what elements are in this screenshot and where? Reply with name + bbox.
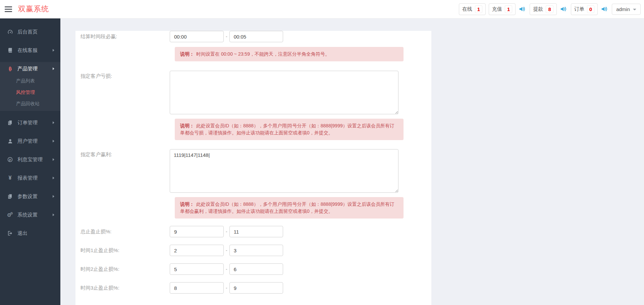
- dashboard-icon: [7, 29, 13, 35]
- book-icon: [7, 47, 13, 53]
- chevron-right-icon: [53, 195, 54, 198]
- main-content: 结算时间段必赢: - 说明：时间设置在 00:00 ~ 23:59，不能跨天，注…: [60, 18, 644, 305]
- header-stats-group: 在线 1 充值 1 提款 8 订单 0 admin: [459, 3, 641, 15]
- form-row-time2-stop: 时间2止盈止损%: -: [80, 263, 431, 275]
- user-name: admin: [616, 6, 630, 12]
- time2-stop-to-input[interactable]: [229, 263, 283, 275]
- note-prefix: 说明：: [180, 51, 194, 57]
- speaker-icon[interactable]: [601, 6, 609, 12]
- time3-stop-from-input[interactable]: [170, 282, 224, 294]
- range-separator: -: [226, 282, 227, 294]
- settle-time-from-input[interactable]: [170, 31, 224, 42]
- chevron-right-icon: [53, 67, 54, 70]
- files-icon: [7, 193, 13, 199]
- stat-recharge-badge[interactable]: 充值 1: [489, 3, 516, 15]
- range-separator: -: [226, 263, 227, 275]
- logout-icon: [7, 230, 13, 236]
- sidebar-item-customer-service[interactable]: 在线客服: [0, 44, 60, 57]
- sidebar-item-order-mgmt[interactable]: 订单管理: [0, 116, 60, 129]
- yen-icon: ¥: [7, 175, 13, 181]
- chevron-right-icon: [53, 140, 54, 142]
- sidebar-item-report-mgmt[interactable]: ¥ 报表管理: [0, 171, 60, 185]
- risk-settings-form-card: 结算时间段必赢: - 说明：时间设置在 00:00 ~ 23:59，不能跨天，注…: [75, 31, 431, 305]
- sidebar-item-dashboard[interactable]: 后台首页: [0, 25, 60, 39]
- speaker-icon[interactable]: [560, 6, 568, 12]
- stat-count: 1: [475, 5, 482, 13]
- sidebar-item-system-settings[interactable]: ⚙⚙ 系统设置: [0, 208, 60, 222]
- files-icon: [7, 120, 13, 126]
- sidebar-section-products: B 产品管理 产品列表 风控管理 产品回收站: [0, 62, 60, 111]
- sidebar-item-label: 退出: [17, 230, 54, 237]
- field-label: 时间1止盈止损%:: [80, 245, 170, 256]
- note-text: 时间设置在 00:00 ~ 23:59，不能跨天，注意区分半角全角符号。: [196, 51, 330, 57]
- settle-time-to-input[interactable]: [229, 31, 283, 42]
- hamburger-bar: [5, 11, 12, 12]
- range-separator: -: [226, 31, 227, 42]
- field-label: 结算时间段必赢:: [80, 31, 170, 42]
- note-prefix: 说明：: [180, 123, 194, 128]
- field-label: 总止盈止损%:: [80, 226, 170, 237]
- form-row-win-users: 指定客户赢利: 1119|1147|1148|: [80, 149, 431, 193]
- field-label: 指定客户亏损:: [80, 71, 170, 114]
- sidebar-menu: 后台首页 在线客服 B 产品管理 产品列表 风控管理 产品回收站: [0, 18, 60, 240]
- sidebar-subitem-product-list[interactable]: 产品列表: [0, 75, 60, 87]
- sidebar-subitem-risk-mgmt[interactable]: 风控管理: [0, 87, 60, 98]
- form-row-time1-stop: 时间1止盈止损%: -: [80, 245, 431, 256]
- settle-time-note: 说明：时间设置在 00:00 ~ 23:59，不能跨天，注意区分半角全角符号。: [175, 47, 404, 61]
- user-menu[interactable]: admin: [612, 4, 641, 15]
- field-label: 指定客户赢利:: [80, 149, 170, 193]
- sidebar-item-label: 用户管理: [17, 138, 53, 144]
- win-users-textarea[interactable]: 1119|1147|1148|: [170, 149, 398, 193]
- stat-count: 1: [505, 5, 512, 13]
- stat-count: 0: [587, 5, 594, 13]
- loss-users-textarea[interactable]: [170, 71, 398, 114]
- time1-stop-to-input[interactable]: [229, 245, 283, 256]
- total-stop-from-input[interactable]: [170, 226, 224, 237]
- sidebar-item-label: 参数设置: [17, 193, 53, 200]
- sidebar-item-label: 系统设置: [17, 212, 53, 218]
- sidebar-item-label: 订单管理: [17, 120, 53, 126]
- sidebar-item-label: 利息宝管理: [17, 157, 53, 163]
- range-separator: -: [226, 226, 227, 237]
- stat-withdraw-badge[interactable]: 提款 8: [530, 3, 556, 15]
- stat-label: 充值: [492, 6, 502, 12]
- sidebar-item-user-mgmt[interactable]: 用户管理: [0, 134, 60, 148]
- sidebar-item-param-settings[interactable]: 参数设置: [0, 190, 60, 203]
- hamburger-bar: [5, 9, 12, 10]
- time2-stop-from-input[interactable]: [170, 263, 224, 275]
- stat-label: 订单: [574, 6, 584, 12]
- total-stop-to-input[interactable]: [229, 226, 283, 237]
- bitcoin-icon: B: [7, 66, 13, 72]
- speaker-icon[interactable]: [519, 6, 527, 12]
- interest-icon: p: [7, 157, 13, 163]
- note-prefix: 说明：: [180, 201, 194, 207]
- sidebar-item-logout[interactable]: 退出: [0, 227, 60, 240]
- gears-icon: ⚙⚙: [7, 212, 13, 218]
- brand-title: 双赢系统: [18, 4, 49, 14]
- form-row-time3-stop: 时间3止盈止损%: -: [80, 282, 431, 294]
- chevron-right-icon: [53, 213, 54, 216]
- sidebar-item-label: 产品管理: [17, 66, 53, 72]
- note-text: 此处设置会员ID（如：8888），多个用户用|符号分开（如：8888|9999）…: [180, 201, 394, 214]
- menu-toggle-icon[interactable]: [5, 5, 13, 13]
- stat-online-badge[interactable]: 在线 1: [459, 3, 486, 15]
- sidebar-item-label: 在线客服: [17, 47, 53, 54]
- sidebar: 后台首页 在线客服 B 产品管理 产品列表 风控管理 产品回收站: [0, 18, 60, 305]
- stat-order-badge[interactable]: 订单 0: [571, 3, 598, 15]
- time1-stop-from-input[interactable]: [170, 245, 224, 256]
- sidebar-subitem-product-recycle[interactable]: 产品回收站: [0, 98, 60, 110]
- chevron-right-icon: [53, 177, 54, 179]
- sidebar-item-product-mgmt[interactable]: B 产品管理: [0, 62, 60, 75]
- sidebar-item-interest-mgmt[interactable]: p 利息宝管理: [0, 153, 60, 166]
- stat-label: 在线: [462, 6, 472, 12]
- sidebar-item-label: 后台首页: [17, 29, 54, 35]
- field-label: 时间2止盈止损%:: [80, 263, 170, 275]
- time3-stop-to-input[interactable]: [229, 282, 283, 294]
- sidebar-item-label: 报表管理: [17, 175, 53, 181]
- caret-down-icon: [633, 9, 636, 10]
- top-header: 双赢系统 在线 1 充值 1 提款 8 订单 0 admin: [0, 0, 644, 18]
- form-row-loss-users: 指定客户亏损:: [80, 71, 431, 114]
- field-label: 时间3止盈止损%:: [80, 282, 170, 294]
- svg-text:B: B: [8, 67, 11, 71]
- stat-label: 提款: [533, 6, 543, 12]
